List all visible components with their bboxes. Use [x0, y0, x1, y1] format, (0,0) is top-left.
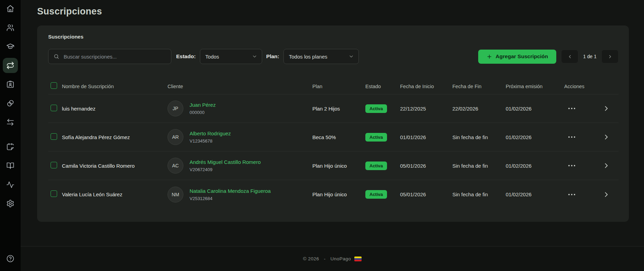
id-card-icon [6, 80, 14, 88]
table-row: Camila Victoria Castillo Romero AC André… [48, 152, 619, 180]
next-issue-date: 01/02/2026 [506, 134, 564, 140]
transfer-arrows-icon [6, 118, 14, 126]
client-name-link[interactable]: Alberto Rodriguez [190, 131, 231, 136]
row-open-button[interactable] [602, 161, 610, 170]
plan-dropdown-value: Todos los planes [289, 54, 328, 60]
select-all-checkbox[interactable] [51, 82, 57, 89]
calendar-icon [6, 143, 14, 151]
next-issue-date: 01/02/2026 [506, 106, 564, 112]
column-header: Fecha de Fin [452, 84, 506, 89]
add-subscription-button[interactable]: Agregar Suscripción [478, 50, 556, 64]
client-id: V20672409 [190, 167, 261, 172]
end-date: Sin fecha de fin [452, 134, 506, 140]
row-actions-menu-button[interactable] [567, 192, 577, 197]
avatar: NM [168, 187, 183, 202]
row-checkbox[interactable] [51, 162, 57, 168]
sidebar-item-settings[interactable] [3, 196, 18, 211]
row-open-button[interactable] [602, 133, 610, 141]
start-date: 05/01/2026 [400, 191, 452, 197]
column-header: Estado [365, 84, 400, 89]
client-name-link[interactable]: Juan Pérez [190, 102, 216, 108]
plan-cell: Beca 50% [312, 134, 365, 140]
help-icon [6, 254, 14, 263]
client-name-link[interactable]: Natalia Carolina Mendoza Figueroa [190, 188, 271, 194]
footer-separator: - [324, 256, 325, 261]
settings-icon [6, 199, 14, 208]
subscription-name: luis hernandez [62, 106, 168, 112]
activity-icon [6, 180, 14, 189]
app-root: Suscripciones Suscripciones Estado: Todo… [0, 0, 644, 271]
subscriptions-panel: Suscripciones Estado: Todos Plan: Todos … [37, 25, 629, 222]
column-header: Plan [312, 84, 365, 89]
row-checkbox[interactable] [51, 133, 57, 140]
avatar: AC [168, 158, 183, 174]
estado-filter-label: Estado: [176, 53, 196, 60]
table-row: Sofía Alejandra Pérez Gómez AR Alberto R… [48, 123, 619, 152]
row-actions-menu-button[interactable] [567, 134, 577, 140]
column-header: Fecha de Inicio [400, 84, 452, 89]
search-input[interactable] [63, 53, 167, 60]
row-actions-menu-button[interactable] [567, 106, 577, 111]
row-checkbox[interactable] [51, 190, 57, 197]
avatar: AR [168, 129, 183, 145]
plan-cell: Plan 2 Hijos [312, 106, 365, 112]
page-title: Suscripciones [37, 6, 644, 17]
table-controls: Estado: Todos Plan: Todos los planes Agr… [48, 49, 619, 64]
estado-dropdown[interactable]: Todos [200, 49, 262, 64]
venezuela-flag-icon [354, 257, 362, 261]
sidebar-item-users[interactable] [3, 20, 18, 35]
subscriptions-table: Nombre de Suscripción Cliente Plan Estad… [48, 79, 619, 209]
column-header: Próxima emisión [506, 84, 564, 89]
row-checkbox[interactable] [51, 105, 57, 111]
chevron-down-icon [252, 54, 257, 59]
next-page-button[interactable] [601, 50, 619, 63]
client-name-link[interactable]: Andrés Miguel Castillo Romero [190, 159, 261, 165]
prev-page-button[interactable] [561, 50, 578, 63]
footer: © 2026 - UnoPago [21, 246, 644, 271]
sidebar-item-plans[interactable] [3, 96, 18, 111]
sidebar-item-library[interactable] [3, 158, 18, 173]
start-date: 01/01/2026 [400, 134, 452, 140]
sidebar-item-subscriptions[interactable] [3, 58, 18, 73]
sidebar-item-home[interactable] [3, 1, 18, 16]
sidebar-item-calendar[interactable] [3, 139, 18, 154]
footer-brand: UnoPago [330, 256, 351, 261]
plan-cell: Plan Hijo único [312, 163, 365, 169]
status-badge: Activa [365, 190, 387, 199]
estado-dropdown-value: Todos [205, 54, 219, 60]
main-content: Suscripciones Suscripciones Estado: Todo… [21, 0, 644, 271]
chevron-right-icon [603, 162, 610, 169]
end-date: Sin fecha de fin [452, 163, 506, 169]
next-issue-date: 01/02/2026 [506, 163, 564, 169]
end-date: 22/02/2026 [452, 106, 506, 112]
sidebar [0, 0, 21, 271]
plan-dropdown[interactable]: Todos los planes [283, 49, 359, 64]
sidebar-item-transactions[interactable] [3, 115, 18, 130]
chevron-right-icon [603, 134, 610, 140]
avatar: JP [168, 101, 183, 116]
plan-cell: Plan Hijo único [312, 191, 365, 197]
row-open-button[interactable] [602, 190, 610, 199]
footer-copyright: © 2026 [303, 256, 319, 261]
subscription-name: Camila Victoria Castillo Romero [62, 163, 168, 169]
row-open-button[interactable] [602, 104, 610, 113]
row-actions-menu-button[interactable] [567, 163, 577, 168]
chevron-right-icon [608, 54, 613, 59]
status-badge: Activa [365, 133, 387, 142]
client-id: 000000 [190, 110, 216, 115]
sidebar-item-help[interactable] [3, 251, 18, 266]
search-box [48, 49, 171, 64]
client-cell: AR Alberto Rodriguez V12345678 [168, 129, 312, 145]
book-open-icon [6, 161, 14, 170]
search-icon [53, 53, 60, 60]
sidebar-item-courses[interactable] [3, 39, 18, 54]
subscription-name: Valeria Lucía León Suárez [62, 191, 168, 197]
sidebar-item-contacts[interactable] [3, 77, 18, 92]
panel-title: Suscripciones [48, 34, 619, 40]
home-icon [6, 4, 14, 13]
column-header: Nombre de Suscripción [62, 84, 168, 89]
users-icon [6, 23, 14, 32]
table-row: Valeria Lucía León Suárez NM Natalia Car… [48, 180, 619, 209]
sidebar-item-activity[interactable] [3, 177, 18, 192]
client-cell: JP Juan Pérez 000000 [168, 101, 312, 116]
